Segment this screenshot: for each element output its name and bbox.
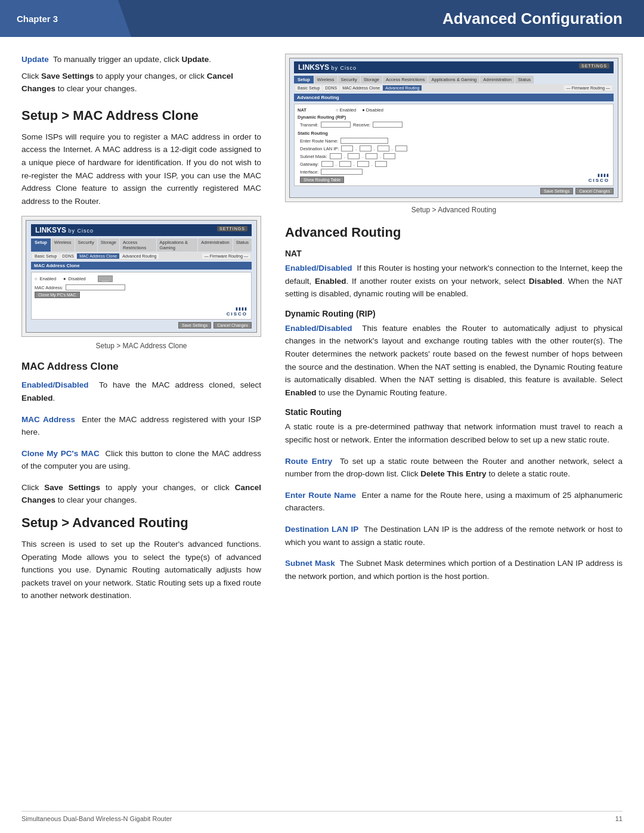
update-paragraph: Update To manually trigger an update, cl… [21,54,261,66]
mac-enabled-disabled-para: Enabled/Disabled To have the MAC address… [21,379,261,404]
advanced-routing-screenshot: LINKSYS by Cisco SETTINGS Setup Wireless… [289,58,618,198]
mac-clone-screenshot-box: LINKSYS by Cisco SETTINGS Setup Wireless… [21,216,261,337]
page-footer: Simultaneous Dual-Band Wireless-N Gigabi… [21,811,623,822]
chapter-label: Chapter 3 [0,0,131,37]
title-text: Advanced Configuration [442,10,623,28]
save-cancel-para2: Click Save Settings to apply your change… [21,481,261,507]
dynamic-routing-heading: Dynamic Routing (RIP) [285,309,623,318]
advanced-routing-caption: Setup > Advanced Routing [285,206,623,214]
nat-heading: NAT [285,249,623,258]
save-settings-bold: Save Settings [41,72,94,80]
mac-clone-body: Some ISPs will require you to register a… [21,131,261,208]
page-content: Update To manually trigger an update, cl… [0,37,644,627]
advanced-routing-right-heading: Advanced Routing [285,225,623,240]
enter-route-name-paragraph: Enter Route Name Enter a name for the Ro… [285,489,623,515]
route-entry-paragraph: Route Entry To set up a static route bet… [285,455,623,481]
update-label: Update [21,55,49,64]
subnet-mask-label: Subnet Mask [285,559,335,568]
mac-clone-screenshot: LINKSYS by Cisco SETTINGS Setup Wireless… [26,220,257,333]
dest-lan-paragraph: Destination LAN IP The Destination LAN I… [285,523,623,549]
route-entry-label: Route Entry [285,457,332,466]
static-routing-body: A static route is a pre-determined pathw… [285,420,623,446]
footer-product: Simultaneous Dual-Band Wireless-N Gigabi… [21,815,172,822]
dynamic-routing-paragraph: Enabled/Disabled This feature enables th… [285,322,623,400]
subnet-mask-paragraph: Subnet Mask The Subnet Mask determines w… [285,557,623,583]
mac-enabled-disabled-label: Enabled/Disabled [21,380,89,389]
chapter-text: Chapter 3 [17,14,58,24]
clone-my-pc-label: Clone My PC's MAC [21,449,100,458]
mac-clone-caption: Setup > MAC Address Clone [21,342,261,350]
save-paragraph: Click Save Settings to apply your change… [21,70,261,95]
enter-route-name-label: Enter Route Name [285,491,356,500]
linksys-bar-2: LINKSYS by Cisco SETTINGS [294,61,614,73]
mac-address-para: MAC Address Enter the MAC address regist… [21,413,261,439]
update-text: To manually trigger an update, click Upd… [53,55,211,64]
left-column: Update To manually trigger an update, cl… [21,54,278,611]
advanced-routing-body: This screen is used to set up the Router… [21,538,261,602]
advanced-routing-section-heading: Setup > Advanced Routing [21,515,261,531]
mac-address-label: MAC Address [21,415,75,424]
mac-address-clone-subheading: MAC Address Clone [21,361,261,373]
clone-my-pc-para: Clone My PC's MAC Click this button to c… [21,447,261,473]
dr-enabled-label: Enabled/Disabled [285,324,352,333]
page-header: Chapter 3 Advanced Configuration [0,0,644,37]
right-column: LINKSYS by Cisco SETTINGS Setup Wireless… [278,54,623,611]
page-title: Advanced Configuration [131,0,644,37]
footer-page-number: 11 [615,815,623,822]
static-routing-heading: Static Routing [285,407,623,417]
nat-paragraph: Enabled/Disabled If this Router is hosti… [285,262,623,301]
advanced-routing-screenshot-box: LINKSYS by Cisco SETTINGS Setup Wireless… [285,54,623,202]
dest-lan-label: Destination LAN IP [285,525,358,534]
linksys-bar: LINKSYS by Cisco SETTINGS [31,224,252,236]
nat-enabled-label: Enabled/Disabled [285,264,352,272]
mac-clone-section-heading: Setup > MAC Address Clone [21,108,261,123]
